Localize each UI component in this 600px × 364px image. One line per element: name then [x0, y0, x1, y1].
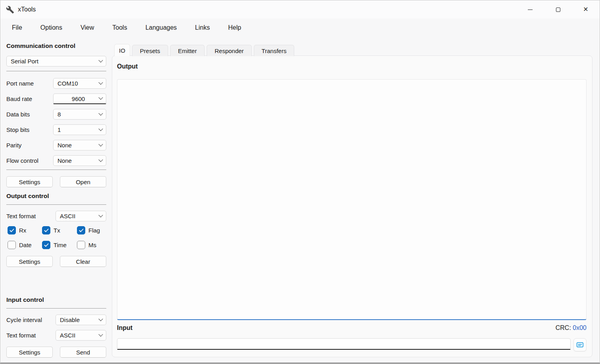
ms-checkbox[interactable]: Ms [77, 241, 106, 249]
close-icon: ✕ [583, 6, 588, 13]
output-text-format-label: Text format [6, 213, 36, 219]
crc-value: 0x00 [573, 324, 587, 331]
date-label: Date [19, 242, 32, 248]
tx-label: Tx [54, 227, 60, 234]
data-bits-label: Data bits [6, 111, 30, 118]
chevron-down-icon [98, 126, 103, 131]
minimize-button[interactable] [516, 0, 544, 19]
output-section-label: Output [117, 63, 138, 70]
checkbox-icon [42, 241, 50, 249]
cycle-interval-label: Cycle interval [6, 316, 42, 323]
input-text-format-label: Text format [6, 332, 36, 339]
input-text-format-select[interactable]: ASCII [56, 330, 106, 341]
checkbox-icon [77, 241, 85, 249]
baud-rate-label: Baud rate [6, 95, 32, 102]
titlebar: xTools ✕ [0, 0, 600, 19]
text-snippet-icon [576, 341, 584, 349]
minimize-icon [528, 10, 533, 10]
io-tab-panel: Output Input CRC: 0x00 [112, 55, 592, 357]
input-section-label: Input [117, 324, 132, 332]
stop-bits-select[interactable]: 1 [53, 124, 106, 135]
sidebar: Communication control Serial Port Port n… [6, 42, 106, 358]
tab-bar: IO Presets Emitter Responder Transfers [114, 44, 294, 56]
chevron-down-icon [98, 316, 103, 321]
date-checkbox[interactable]: Date [8, 241, 42, 249]
flag-label: Flag [88, 227, 100, 234]
stop-bits-label: Stop bits [6, 126, 29, 133]
cycle-interval-select[interactable]: Disable [56, 314, 106, 325]
menu-view[interactable]: View [71, 22, 103, 34]
maximize-icon [556, 8, 560, 12]
tab-io[interactable]: IO [114, 44, 130, 56]
tx-checkbox[interactable]: Tx [42, 226, 77, 234]
data-bits-value: 8 [58, 111, 99, 118]
tab-transfers[interactable]: Transfers [254, 45, 295, 56]
send-button[interactable]: Send [60, 347, 106, 358]
stop-bits-value: 1 [58, 126, 99, 133]
data-bits-select[interactable]: 8 [53, 109, 106, 120]
output-flags: Rx Tx Flag Date Time Ms [6, 226, 106, 249]
baud-rate-value: 9600 [58, 95, 99, 102]
input-text-format-value: ASCII [60, 332, 99, 339]
chevron-down-icon [98, 157, 103, 162]
input-settings-button[interactable]: Settings [6, 347, 53, 358]
menu-file[interactable]: File [3, 22, 31, 34]
close-button[interactable]: ✕ [572, 0, 600, 19]
chevron-down-icon [98, 142, 103, 146]
menu-tools[interactable]: Tools [103, 22, 136, 34]
menu-help[interactable]: Help [219, 22, 250, 34]
menu-links[interactable]: Links [186, 22, 219, 34]
chevron-down-icon [98, 213, 103, 217]
parity-label: Parity [6, 142, 21, 149]
open-button[interactable]: Open [60, 176, 106, 187]
clear-button[interactable]: Clear [60, 256, 106, 267]
wrench-icon [6, 5, 15, 14]
tab-responder[interactable]: Responder [207, 45, 251, 56]
window-title: xTools [18, 6, 36, 13]
parity-value: None [58, 142, 99, 149]
output-control-header: Output control [6, 192, 106, 201]
checkbox-icon [8, 226, 16, 234]
rx-checkbox[interactable]: Rx [8, 226, 42, 234]
separator [6, 204, 106, 205]
output-text-format-select[interactable]: ASCII [56, 211, 106, 221]
comm-settings-button[interactable]: Settings [6, 176, 53, 187]
separator [6, 308, 106, 309]
port-name-label: Port name [6, 80, 34, 87]
flow-control-select[interactable]: None [53, 155, 106, 166]
rx-label: Rx [19, 227, 26, 234]
chevron-down-icon [98, 332, 103, 336]
checkbox-icon [42, 226, 50, 234]
input-field[interactable] [117, 338, 571, 350]
time-checkbox[interactable]: Time [42, 241, 77, 249]
input-control-header: Input control [6, 296, 106, 305]
cycle-interval-value: Disable [60, 316, 99, 323]
menu-languages[interactable]: Languages [136, 22, 186, 34]
output-area[interactable] [117, 79, 587, 320]
port-name-select[interactable]: COM10 [53, 78, 106, 89]
app-window: xTools ✕ File Options View Tools Languag… [0, 0, 600, 364]
menu-options[interactable]: Options [31, 22, 71, 34]
flow-control-label: Flow control [6, 157, 38, 164]
checkbox-icon [8, 241, 16, 249]
separator [6, 170, 106, 170]
crc-label: CRC: [556, 324, 571, 331]
checkbox-icon [77, 226, 85, 234]
chevron-down-icon [98, 95, 103, 100]
parity-select[interactable]: None [53, 140, 106, 151]
device-type-select[interactable]: Serial Port [6, 56, 106, 67]
flow-control-value: None [58, 157, 99, 164]
input-settings-popup-button[interactable] [573, 338, 587, 351]
caption-buttons: ✕ [516, 0, 600, 19]
port-name-value: COM10 [58, 80, 99, 87]
flag-checkbox[interactable]: Flag [77, 226, 106, 234]
ms-label: Ms [88, 242, 96, 248]
output-settings-button[interactable]: Settings [6, 256, 53, 267]
separator [6, 71, 106, 71]
baud-rate-select[interactable]: 9600 [53, 93, 106, 104]
tab-presets[interactable]: Presets [132, 45, 168, 56]
tab-emitter[interactable]: Emitter [170, 45, 205, 56]
maximize-button[interactable] [544, 0, 572, 19]
output-text-format-value: ASCII [60, 213, 99, 219]
crc-readout: CRC: 0x00 [556, 324, 587, 332]
